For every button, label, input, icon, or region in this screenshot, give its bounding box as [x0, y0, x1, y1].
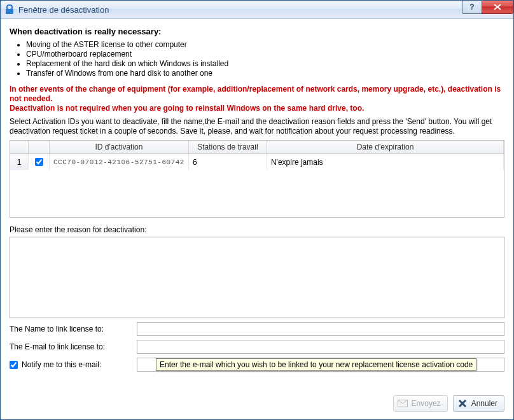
reason-label: Please enter the reason for deactivation… — [10, 225, 504, 234]
svg-rect-0 — [7, 5, 12, 10]
window-title: Fenêtre de désactivation — [18, 5, 109, 15]
stations-cell: 6 — [188, 154, 267, 171]
notify-checkbox[interactable] — [10, 361, 18, 369]
email-label: The E-mail to link license to: — [10, 342, 137, 351]
warning-text: In other events of the change of equipme… — [10, 85, 504, 113]
list-item: Moving of the ASTER license to other com… — [26, 40, 504, 50]
email-input[interactable] — [137, 340, 504, 354]
app-icon — [4, 4, 15, 15]
col-header-expiry[interactable]: Date d'expiration — [267, 141, 503, 154]
list-item: CPU/motherboard replacement — [26, 50, 504, 59]
cancel-icon — [457, 398, 468, 409]
svg-rect-1 — [6, 9, 13, 14]
email-row: The E-mail to link license to: — [10, 340, 504, 354]
col-header-id[interactable]: ID d'activation — [50, 141, 189, 154]
window-buttons: ? — [462, 1, 513, 15]
row-number-cell: 1 — [10, 154, 29, 171]
necessary-heading: When deactivation is really necessary: — [10, 27, 504, 36]
instructions-text: Select Activation IDs you want to deacti… — [10, 117, 504, 136]
col-header-stations[interactable]: Stations de travail — [188, 141, 267, 154]
name-row: The Name to link license to: — [10, 322, 504, 336]
send-button[interactable]: Envoyez — [393, 395, 448, 412]
table-row[interactable]: 1 CCC70-07012-42106-52751-60742 6 N'expi… — [10, 154, 504, 171]
send-button-label: Envoyez — [412, 399, 441, 408]
reason-textarea[interactable] — [10, 237, 504, 318]
notify-label: Notify me to this e-mail: — [22, 360, 101, 369]
list-item: Transfer of Windows from one hard disk t… — [26, 69, 504, 78]
row-checkbox[interactable] — [35, 158, 43, 166]
notify-row: Notify me to this e-mail: Enter the e-ma… — [10, 358, 504, 372]
dialog-window: Fenêtre de désactivation ? When deactiva… — [0, 0, 514, 420]
row-number-header — [10, 141, 29, 154]
dialog-content: When deactivation is really necessary: M… — [1, 19, 513, 389]
title-bar[interactable]: Fenêtre de désactivation ? — [1, 1, 513, 19]
cancel-button[interactable]: Annuler — [453, 395, 504, 412]
help-icon: ? — [469, 3, 474, 11]
tooltip: Enter the e-mail which you wish to be li… — [156, 358, 476, 371]
reasons-list: Moving of the ASTER license to other com… — [26, 40, 504, 78]
list-item: Replacement of the hard disk on which Wi… — [26, 59, 504, 69]
activation-id-cell: CCC70-07012-42106-52751-60742 — [50, 154, 189, 171]
activation-table: ID d'activation Stations de travail Date… — [10, 140, 504, 218]
button-bar: Envoyez Annuler — [1, 389, 513, 419]
name-label: The Name to link license to: — [10, 325, 137, 333]
close-button[interactable] — [482, 1, 513, 14]
mail-icon — [398, 398, 408, 409]
expiry-cell: N'expire jamais — [267, 154, 503, 171]
name-input[interactable] — [137, 322, 504, 336]
close-icon — [494, 4, 501, 10]
help-button[interactable]: ? — [462, 1, 482, 14]
checkbox-header — [29, 141, 50, 154]
cancel-button-label: Annuler — [471, 399, 497, 408]
